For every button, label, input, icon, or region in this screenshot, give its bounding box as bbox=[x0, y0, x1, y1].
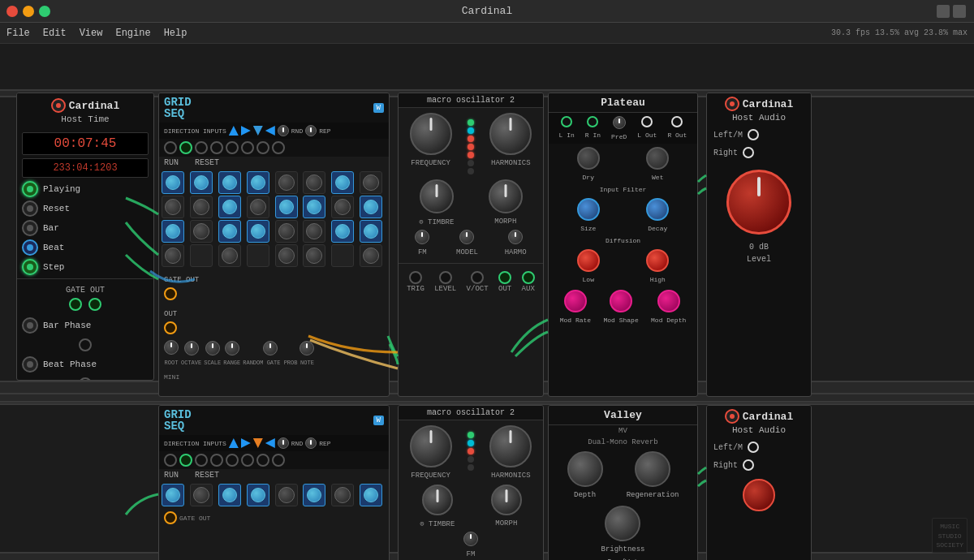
b-gate-port[interactable] bbox=[164, 511, 177, 524]
morph-knob[interactable] bbox=[489, 179, 523, 213]
menu-file[interactable]: File bbox=[6, 28, 30, 39]
beat-phase-port[interactable] bbox=[79, 377, 92, 381]
filter-low-knob[interactable] bbox=[577, 249, 600, 272]
cell-0-4[interactable] bbox=[275, 171, 298, 194]
b-fm-knob[interactable] bbox=[463, 532, 478, 546]
hab-level-knob[interactable] bbox=[743, 479, 775, 511]
decay-knob[interactable] bbox=[646, 198, 669, 221]
b-in-port-8[interactable] bbox=[272, 454, 285, 467]
arrow-right[interactable] bbox=[241, 126, 251, 136]
menu-edit[interactable]: Edit bbox=[43, 28, 67, 39]
input-port-7[interactable] bbox=[256, 141, 269, 154]
gate-out-port-1[interactable] bbox=[69, 298, 82, 311]
right-output-port[interactable] bbox=[743, 147, 754, 158]
arrow-down[interactable] bbox=[253, 126, 263, 136]
b-arrow-right[interactable] bbox=[241, 438, 251, 448]
cell-3-5[interactable] bbox=[303, 244, 325, 267]
maximize-button[interactable] bbox=[39, 6, 50, 17]
b-in-port-3[interactable] bbox=[195, 454, 208, 467]
hab-left-port[interactable] bbox=[748, 442, 759, 453]
input-port-2[interactable] bbox=[179, 141, 192, 154]
cell-1-3[interactable] bbox=[247, 196, 269, 218]
octave-knob[interactable] bbox=[184, 341, 199, 355]
size-knob[interactable] bbox=[577, 198, 600, 221]
input-port-8[interactable] bbox=[272, 141, 285, 154]
gate-out-port-gs-1[interactable] bbox=[164, 287, 177, 300]
b-in-port-4[interactable] bbox=[210, 454, 223, 467]
input-port-4[interactable] bbox=[210, 141, 223, 154]
close-icon[interactable] bbox=[953, 5, 966, 18]
bar-button[interactable]: Bar bbox=[22, 220, 149, 236]
level-knob[interactable] bbox=[726, 170, 791, 235]
input-port-5[interactable] bbox=[226, 141, 239, 154]
brightness-knob[interactable] bbox=[605, 506, 640, 541]
voct-port[interactable] bbox=[471, 271, 484, 284]
filter-high-knob[interactable] bbox=[646, 249, 669, 272]
cell-2-4[interactable] bbox=[275, 220, 298, 243]
l-out-port[interactable] bbox=[641, 116, 653, 127]
b-cell-0[interactable] bbox=[162, 484, 184, 506]
b-cell-7[interactable] bbox=[360, 484, 382, 506]
fm-knob[interactable] bbox=[415, 230, 429, 244]
cell-0-7[interactable] bbox=[360, 171, 382, 194]
wet-knob[interactable] bbox=[646, 147, 669, 170]
frequency-knob[interactable] bbox=[410, 113, 452, 155]
input-port-6[interactable] bbox=[241, 141, 254, 154]
b-cell-1[interactable] bbox=[190, 484, 213, 506]
cell-1-6[interactable] bbox=[331, 196, 354, 218]
b-timbre-knob[interactable] bbox=[422, 485, 453, 515]
scale-knob[interactable] bbox=[205, 341, 220, 355]
b-cell-3[interactable] bbox=[247, 484, 269, 506]
cell-2-1[interactable] bbox=[190, 220, 213, 243]
cell-2-5[interactable] bbox=[303, 220, 325, 243]
cell-3-7[interactable] bbox=[360, 244, 382, 267]
cell-2-7[interactable] bbox=[360, 220, 382, 243]
arrow-up[interactable] bbox=[229, 126, 239, 136]
menu-engine[interactable]: Engine bbox=[115, 28, 150, 39]
note-knob[interactable] bbox=[300, 341, 314, 355]
rnd-knob[interactable] bbox=[278, 125, 289, 136]
cell-0-5[interactable] bbox=[303, 171, 325, 194]
cell-1-7[interactable] bbox=[360, 196, 382, 218]
cell-3-0[interactable] bbox=[162, 244, 184, 267]
menu-help[interactable]: Help bbox=[164, 28, 187, 39]
b-in-port-1[interactable] bbox=[164, 454, 177, 467]
b-cell-5[interactable] bbox=[303, 484, 325, 506]
depth-knob[interactable] bbox=[567, 451, 603, 487]
arrow-left[interactable] bbox=[265, 126, 275, 136]
r-in-port[interactable] bbox=[587, 116, 598, 127]
left-output-port[interactable] bbox=[748, 129, 759, 140]
cell-0-6[interactable] bbox=[331, 171, 354, 194]
out-port-gs[interactable] bbox=[164, 321, 177, 334]
cell-0-3[interactable] bbox=[247, 171, 269, 194]
level-port[interactable] bbox=[439, 271, 452, 284]
playing-button[interactable]: Playing bbox=[22, 181, 149, 197]
b-cell-2[interactable] bbox=[218, 484, 241, 506]
gate-out-port-2[interactable] bbox=[88, 298, 101, 311]
cell-1-2[interactable] bbox=[218, 196, 241, 218]
b-morph-knob[interactable] bbox=[491, 485, 522, 515]
dry-knob[interactable] bbox=[577, 147, 600, 170]
bar-phase-button[interactable]: Bar Phase bbox=[22, 317, 149, 334]
harmo-knob[interactable] bbox=[508, 230, 523, 244]
cell-2-6[interactable] bbox=[331, 220, 354, 243]
b-in-port-5[interactable] bbox=[226, 454, 239, 467]
cell-0-2[interactable] bbox=[218, 171, 241, 194]
hab-right-port[interactable] bbox=[743, 459, 754, 471]
range-knob[interactable] bbox=[225, 341, 239, 355]
step-button[interactable]: Step bbox=[22, 259, 149, 275]
out-port-osc[interactable] bbox=[498, 271, 511, 284]
close-button[interactable] bbox=[6, 6, 18, 17]
model-knob[interactable] bbox=[459, 230, 474, 244]
menu-view[interactable]: View bbox=[80, 28, 103, 39]
b-cell-6[interactable] bbox=[331, 484, 354, 506]
mod-shape-knob[interactable] bbox=[610, 290, 632, 312]
b-arrow-up[interactable] bbox=[229, 438, 239, 448]
rep-knob[interactable] bbox=[305, 125, 317, 136]
beat-phase-button[interactable]: Beat Phase bbox=[22, 356, 149, 373]
b-in-port-2[interactable] bbox=[179, 454, 192, 467]
b-in-port-7[interactable] bbox=[256, 454, 269, 467]
b-in-port-6[interactable] bbox=[241, 454, 254, 467]
mod-rate-knob[interactable] bbox=[564, 290, 587, 312]
cell-1-4[interactable] bbox=[275, 196, 298, 218]
